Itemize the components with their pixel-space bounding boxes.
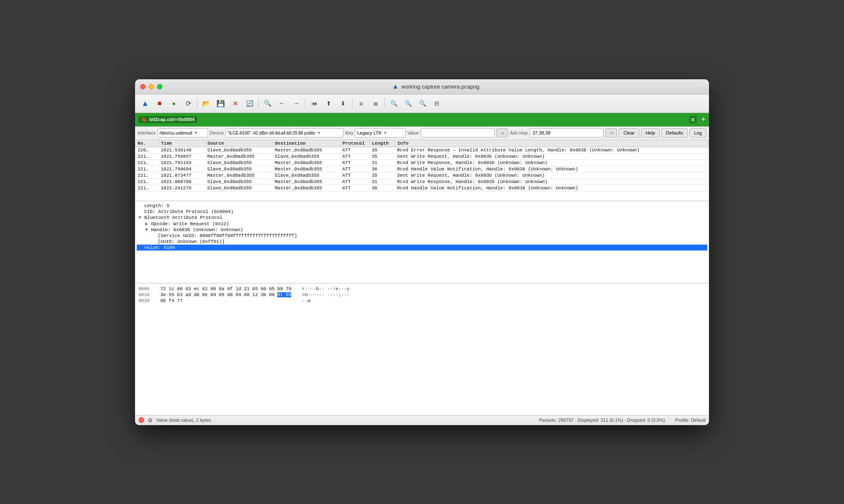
forward-arrow-icon: →	[293, 100, 300, 107]
colorize-button[interactable]: ≡	[354, 97, 368, 110]
resize-cols-icon: ⊟	[434, 100, 439, 107]
save-icon: 💾	[216, 100, 225, 108]
auto-scroll-icon: ≣	[373, 100, 379, 107]
detail-row[interactable]: ▼ Handle: 0x003b (Unknown: Unknown)	[138, 227, 706, 233]
sep-3	[305, 98, 306, 108]
col-length: Length	[369, 140, 395, 147]
adv-hop-input[interactable]: 37,38,39	[530, 128, 604, 137]
zoom-out-icon: 🔍	[405, 100, 412, 107]
highlighted-bytes: 01 09	[277, 292, 291, 297]
detail-tree[interactable]: Length: 5 CID: Attribute Protocol (0x000…	[135, 201, 709, 283]
status-record-icon	[138, 417, 144, 423]
col-protocol: Protocol	[340, 140, 369, 147]
detail-row[interactable]: Length: 5	[138, 203, 706, 209]
device-dropdown[interactable]: "ILCE-6100" -42 dBm d4:4d:a4:b0:25:80 pu…	[225, 128, 344, 137]
forward-button[interactable]: →	[289, 97, 303, 110]
stop-capture-button[interactable]: ●	[167, 97, 181, 110]
maximize-button[interactable]	[157, 84, 162, 89]
defaults-button[interactable]: Defaults	[661, 128, 687, 137]
bt-options-bar: Interface /dev/cu.usbmod ▼ Device "ILCE-…	[135, 127, 709, 140]
minimize-button[interactable]	[149, 84, 154, 89]
save-button[interactable]: 💾	[214, 97, 227, 110]
detail-row[interactable]: ▶ Opcode: Write Request (0x12)	[138, 221, 706, 227]
value-arrow-btn[interactable]: →	[496, 128, 508, 137]
adv-hop-arrow-btn[interactable]: →	[605, 128, 617, 137]
detail-row[interactable]: [UUID: Unknown (0xff01)]	[138, 239, 706, 245]
filter-tag-icon: 🔖	[141, 117, 147, 122]
go-first-button[interactable]: ⏮	[308, 97, 321, 110]
stop-icon: ●	[172, 100, 176, 107]
sep-1	[197, 98, 197, 108]
status-field-text: Value (btatt.value), 2 bytes	[156, 418, 536, 423]
detail-row[interactable]: CID: Attribute Protocol (0x0004)	[138, 209, 706, 215]
filter-add-btn[interactable]: +	[701, 115, 706, 124]
back-arrow-icon: ←	[279, 100, 285, 107]
zoom-normal-button[interactable]: 🔍	[416, 97, 429, 110]
open-button[interactable]: 📂	[200, 97, 213, 110]
col-no: No.	[135, 140, 158, 147]
table-row[interactable]: 221…1021.791193Slave_0xd8adb355Master_0x…	[135, 159, 709, 166]
start-capture-button[interactable]: ■	[153, 97, 166, 110]
filter-close-btn[interactable]: ✕	[689, 116, 697, 124]
first-icon: ⏮	[311, 100, 317, 107]
table-row[interactable]: 221…1021.798694Slave_0xd8adb355Master_0x…	[135, 166, 709, 172]
next-icon: ⬇	[341, 100, 346, 107]
device-chevron-icon: ▼	[317, 131, 321, 135]
sep-4	[352, 98, 352, 108]
status-gear-icon[interactable]: ⚙	[148, 417, 153, 423]
reload-button[interactable]: 🔄	[243, 97, 256, 110]
active-filter-bar: 🔖 btl2cap.cid==0x0004 ✕ +	[135, 113, 709, 127]
go-next-button[interactable]: ⬇	[336, 97, 350, 110]
help-button[interactable]: Help	[641, 128, 660, 137]
interface-dropdown[interactable]: /dev/cu.usbmod ▼	[157, 128, 208, 137]
chevron-down-icon: ▼	[194, 131, 197, 135]
table-row[interactable]: 221…1021.756957Master_0xd8adb355Slave_0x…	[135, 153, 709, 159]
zoom-normal-icon: 🔍	[419, 100, 426, 107]
key-dropdown[interactable]: Legacy LTK ▼	[355, 128, 406, 137]
close-button[interactable]	[140, 84, 146, 89]
col-info: Info	[395, 140, 709, 147]
sep-5	[384, 98, 385, 108]
colorize-icon: ≡	[360, 100, 363, 107]
col-source: Source	[205, 140, 272, 147]
status-stats: Packets: 296797 · Displayed: 311 (0.1%) …	[539, 418, 665, 423]
value-label: Value	[407, 130, 419, 135]
table-row[interactable]: 221…1021.888708Slave_0xd8adb355Master_0x…	[135, 178, 709, 185]
find-button[interactable]: 🔍	[261, 97, 274, 110]
status-profile: Profile: Default	[675, 418, 706, 423]
close-file-icon: ✕	[233, 100, 238, 108]
auto-scroll-button[interactable]: ≣	[369, 97, 382, 110]
device-label: Device	[210, 130, 224, 135]
toolbar: ▲ ■ ● ⟳ 📂 💾 ✕ 🔄 🔍 ← →	[135, 94, 709, 113]
content-area: No. Time Source Destination Protocol Len…	[135, 140, 709, 415]
zoom-in-button[interactable]: 🔍	[387, 97, 400, 110]
hex-row-0: 0000 72 1c 00 03 ec 62 06 0a 0f 1d 21 65…	[138, 286, 706, 292]
col-time: Time	[158, 140, 205, 147]
log-button[interactable]: Log	[690, 128, 706, 137]
table-row[interactable]: 221…1022.241278Slave_0xd8adb355Master_0x…	[135, 185, 709, 191]
go-prev-button[interactable]: ⬆	[322, 97, 335, 110]
table-row[interactable]: 221…1021.873477Master_0xd8adb355Slave_0x…	[135, 172, 709, 178]
prev-icon: ⬆	[326, 100, 331, 107]
filter-label-tag: 🔖 btl2cap.cid==0x0004	[138, 116, 197, 123]
detail-row[interactable]: Value: 0109	[137, 245, 707, 251]
search-icon: 🔍	[264, 100, 272, 107]
table-row[interactable]: 220…1021.536140Slave_0xd8adb355Master_0x…	[135, 147, 709, 153]
resize-cols-button[interactable]: ⊟	[430, 97, 444, 110]
wireshark-icon-btn[interactable]: ▲	[138, 97, 152, 110]
packet-list[interactable]: No. Time Source Destination Protocol Len…	[135, 140, 709, 201]
detail-row[interactable]: ▼ Bluetooth Attribute Protocol	[138, 215, 706, 221]
reload-icon: 🔄	[246, 100, 253, 107]
start-icon: ■	[157, 100, 162, 107]
hex-row-2: 0020 8b f4 77 ··w	[138, 298, 706, 304]
detail-row[interactable]: [Service UUID: 8000ff00ff00fffffffffffff…	[138, 233, 706, 239]
clear-button[interactable]: Clear	[619, 128, 639, 137]
traffic-lights	[140, 84, 162, 89]
main-window: ▲ working capture camera.pcapng ▲ ■ ● ⟳ …	[135, 79, 709, 425]
back-button[interactable]: ←	[275, 97, 289, 110]
restart-capture-button[interactable]: ⟳	[181, 97, 195, 110]
close-file-button[interactable]: ✕	[228, 97, 242, 110]
restart-icon: ⟳	[186, 100, 191, 108]
zoom-out-button[interactable]: 🔍	[401, 97, 415, 110]
value-input[interactable]	[421, 128, 495, 137]
